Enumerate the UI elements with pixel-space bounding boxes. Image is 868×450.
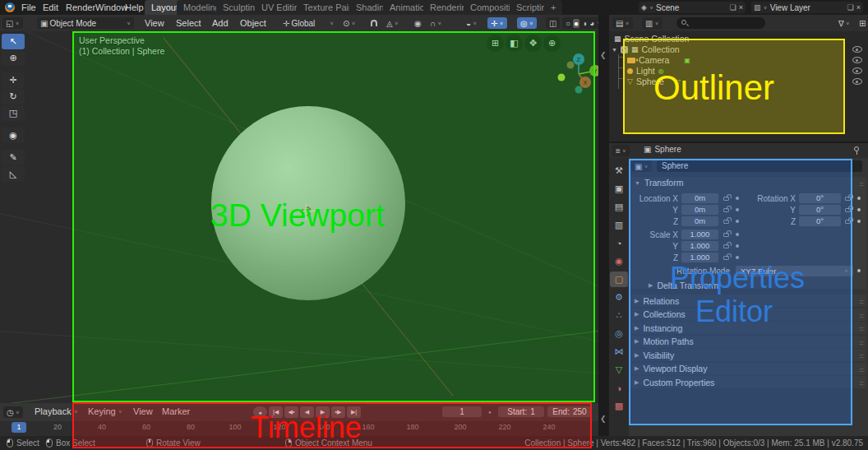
- ortho-grid-button[interactable]: ⊞: [487, 35, 504, 52]
- outliner-row-collection[interactable]: ▼ ✓ ▦ Collection: [612, 44, 680, 54]
- tool-transform[interactable]: ◉: [2, 128, 25, 143]
- id-type-button[interactable]: ▣ ∨: [631, 160, 652, 172]
- pin-icon[interactable]: [854, 146, 859, 151]
- panel-relations[interactable]: ▶Relations ::::: [630, 295, 866, 307]
- search-input[interactable]: [676, 17, 765, 29]
- show-gizmo-toggle[interactable]: ✛ ∨: [487, 17, 507, 29]
- tab-render[interactable]: ▣: [610, 181, 628, 197]
- jump-to-start-button[interactable]: |◀: [269, 406, 283, 418]
- xray-toggle[interactable]: ◫: [546, 17, 560, 29]
- tab-object-data[interactable]: ▽: [610, 362, 628, 378]
- editor-type-button[interactable]: ▤ ∨: [612, 17, 633, 29]
- lock-icon[interactable]: [723, 197, 729, 201]
- blender-logo-icon[interactable]: [5, 2, 15, 12]
- location-x-field[interactable]: 0m: [681, 193, 718, 203]
- axis-neg-z-ball[interactable]: [575, 86, 583, 94]
- close-icon[interactable]: ×: [856, 3, 861, 12]
- animate-dot[interactable]: [736, 208, 739, 211]
- hide-eye-icon[interactable]: [852, 57, 862, 63]
- tab-modifiers[interactable]: ⚙: [610, 290, 628, 305]
- animate-dot[interactable]: [857, 208, 861, 211]
- pan-hand-button[interactable]: ✥: [524, 35, 542, 52]
- snap-target-dropdown[interactable]: ◬ ∨: [383, 17, 402, 29]
- rotation-y-field[interactable]: 0°: [799, 205, 841, 215]
- scale-z-field[interactable]: 1.000: [681, 253, 718, 262]
- tab-view-layer[interactable]: ▥: [610, 217, 628, 233]
- tab-world[interactable]: ◉: [610, 253, 628, 269]
- viewport-3d[interactable]: ↖ ⊕ ✛ ↻ ◳ ◉ ✎ ◺ User Perspective (1) Col…: [0, 31, 598, 403]
- rotation-x-field[interactable]: 0°: [799, 193, 841, 203]
- outliner-row-camera[interactable]: Camera ▣: [627, 55, 690, 65]
- menu-help[interactable]: Help: [122, 0, 147, 15]
- filter-dropdown[interactable]: ∇ ∨: [835, 17, 853, 29]
- tool-scale[interactable]: ◳: [2, 105, 25, 121]
- play-button[interactable]: ▶: [316, 406, 330, 418]
- panel-viewport-display[interactable]: ▶Viewport Display ::::: [630, 363, 866, 375]
- panel-collections[interactable]: ▶Collections ::::: [630, 309, 866, 321]
- shading-material-icon[interactable]: ◑: [582, 19, 587, 28]
- animate-dot[interactable]: [857, 220, 861, 223]
- mode-dropdown[interactable]: ▣ Object Mode ∨: [37, 17, 134, 29]
- playhead[interactable]: 1: [12, 422, 26, 433]
- menu-add[interactable]: Add: [209, 15, 232, 31]
- tab-particles[interactable]: ∴: [610, 308, 628, 323]
- view-layer-selector[interactable]: ▥ ∨ View Layer ❏ ×: [751, 2, 863, 13]
- tool-measure[interactable]: ◺: [2, 166, 25, 182]
- panel-grip[interactable]: ::::: [859, 312, 863, 319]
- tool-annotate[interactable]: ✎: [2, 150, 25, 165]
- show-overlays-toggle[interactable]: ◎ ∨: [517, 17, 537, 29]
- location-z-field[interactable]: 0m: [681, 216, 718, 226]
- panel-grip[interactable]: ::::: [859, 352, 863, 360]
- zoom-button[interactable]: ⊕: [543, 35, 561, 52]
- animate-dot[interactable]: [736, 197, 739, 200]
- outliner-row-sphere[interactable]: ▽ Sphere ▽: [627, 77, 681, 86]
- lock-icon[interactable]: [845, 197, 851, 201]
- end-frame-field[interactable]: End: 250: [547, 406, 592, 417]
- panel-visibility[interactable]: ▶Visibility ::::: [630, 349, 866, 361]
- menu-file[interactable]: File: [18, 0, 39, 15]
- panel-grip[interactable]: ::::: [859, 379, 863, 387]
- editor-type-button[interactable]: ≡ ∨: [612, 145, 630, 156]
- auto-key-record-button[interactable]: ●: [253, 406, 267, 418]
- outliner-row-light[interactable]: Light ◍: [627, 66, 664, 76]
- animate-dot[interactable]: [736, 220, 739, 223]
- copy-icon[interactable]: ❏: [847, 3, 854, 12]
- panel-instancing[interactable]: ▶Instancing ::::: [630, 322, 866, 334]
- panel-grip[interactable]: ::::: [859, 180, 863, 188]
- shading-solid-icon[interactable]: ●: [573, 19, 579, 28]
- copy-icon[interactable]: ❏: [730, 3, 736, 12]
- shading-rendered-icon[interactable]: ◕: [589, 19, 594, 28]
- scale-x-field[interactable]: 1.000: [681, 230, 718, 239]
- animate-dot[interactable]: [736, 244, 739, 248]
- jump-to-end-button[interactable]: ▶|: [347, 406, 361, 418]
- axis-neg-x-ball[interactable]: [567, 62, 575, 69]
- tab-texture[interactable]: ▩: [610, 398, 628, 414]
- start-frame-field[interactable]: Start: 1: [498, 406, 544, 417]
- camera-view-button[interactable]: ◧: [506, 35, 523, 52]
- lock-icon[interactable]: [723, 233, 729, 237]
- animate-dot[interactable]: [736, 233, 739, 236]
- rotation-mode-dropdown[interactable]: XYZ Euler ∨: [736, 266, 853, 276]
- tab-physics[interactable]: ◎: [610, 326, 628, 341]
- menu-view[interactable]: View: [141, 15, 168, 31]
- panel-grip[interactable]: ::::: [859, 325, 863, 332]
- panel-grip[interactable]: ::::: [859, 339, 863, 346]
- hide-eye-icon[interactable]: [852, 78, 862, 85]
- navigation-gizmo[interactable]: Z Y X: [554, 51, 598, 99]
- object-name-field[interactable]: Sphere: [657, 160, 862, 172]
- menu-marker[interactable]: Marker: [159, 403, 193, 420]
- collection-checkbox[interactable]: ✓: [621, 46, 628, 53]
- collapse-arrow-icon[interactable]: ▼: [635, 180, 640, 186]
- hide-eye-icon[interactable]: [852, 67, 862, 74]
- snap-toggle[interactable]: [367, 17, 381, 29]
- panel-custom-properties[interactable]: ▶Custom Properties ::::: [630, 376, 866, 388]
- tab-object[interactable]: ▢: [610, 271, 628, 287]
- scene-selector[interactable]: ◈ ∨ Scene ❏ ×: [639, 2, 746, 13]
- lock-icon[interactable]: [845, 220, 851, 224]
- proportional-edit-toggle[interactable]: ◉: [411, 17, 425, 29]
- stopwatch-icon[interactable]: ◔: [487, 408, 492, 417]
- rotation-z-field[interactable]: 0°: [799, 216, 841, 226]
- delta-transform-panel[interactable]: ▶ Delta Transform: [649, 280, 718, 290]
- tool-move[interactable]: ✛: [2, 72, 25, 88]
- sphere-object[interactable]: [211, 106, 405, 300]
